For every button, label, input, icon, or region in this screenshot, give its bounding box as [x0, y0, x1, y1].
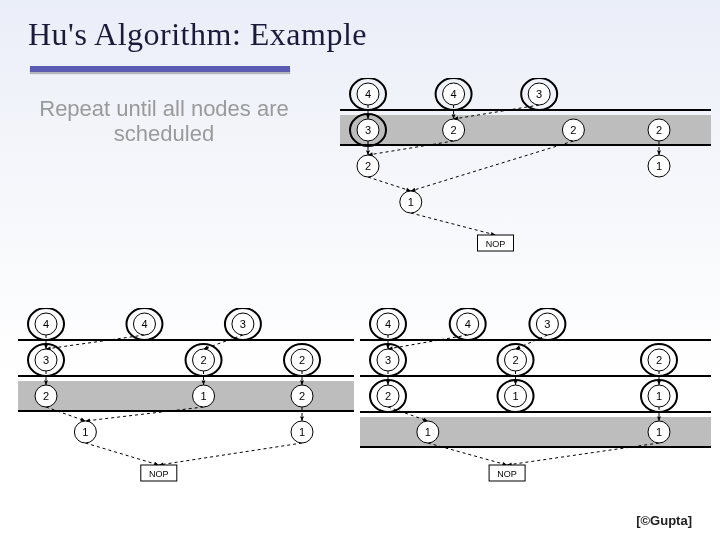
svg-marker-68	[300, 416, 304, 421]
svg-text:3: 3	[536, 88, 542, 100]
svg-text:3: 3	[43, 354, 49, 366]
diagram-panel-bottom-right: 44332221111NOP	[358, 308, 713, 532]
svg-text:3: 3	[240, 318, 246, 330]
svg-line-19	[411, 213, 496, 235]
svg-marker-16	[657, 150, 661, 155]
svg-text:2: 2	[656, 354, 662, 366]
diagram-panel-bottom-left: 44332221211NOP	[16, 308, 356, 532]
title-underline	[30, 66, 290, 72]
diagram-panel-top-right: 4433222211NOP	[338, 78, 713, 298]
svg-text:NOP: NOP	[497, 469, 517, 479]
svg-text:3: 3	[365, 124, 371, 136]
slide-subtext: Repeat until all nodes are scheduled	[4, 96, 324, 147]
svg-text:1: 1	[425, 426, 431, 438]
svg-text:1: 1	[299, 426, 305, 438]
svg-marker-119	[657, 380, 661, 385]
slide-title: Hu's Algorithm: Example	[28, 16, 367, 53]
svg-text:NOP: NOP	[149, 469, 169, 479]
svg-marker-115	[386, 380, 390, 385]
svg-text:1: 1	[656, 390, 662, 402]
svg-marker-117	[514, 380, 518, 385]
svg-line-112	[516, 335, 548, 349]
svg-text:2: 2	[451, 124, 457, 136]
svg-line-71	[159, 443, 302, 465]
svg-line-17	[368, 177, 411, 191]
svg-text:4: 4	[141, 318, 147, 330]
svg-text:2: 2	[385, 390, 391, 402]
svg-text:1: 1	[200, 390, 206, 402]
svg-line-69	[85, 443, 158, 465]
svg-text:4: 4	[365, 88, 371, 100]
svg-text:1: 1	[408, 196, 414, 208]
svg-text:2: 2	[512, 354, 518, 366]
svg-text:3: 3	[385, 354, 391, 366]
svg-text:4: 4	[43, 318, 49, 330]
svg-text:3: 3	[544, 318, 550, 330]
svg-text:4: 4	[465, 318, 471, 330]
svg-text:4: 4	[385, 318, 391, 330]
svg-text:2: 2	[43, 390, 49, 402]
svg-text:4: 4	[451, 88, 457, 100]
svg-text:2: 2	[299, 390, 305, 402]
svg-text:1: 1	[512, 390, 518, 402]
svg-text:1: 1	[82, 426, 88, 438]
svg-text:2: 2	[365, 160, 371, 172]
svg-text:2: 2	[200, 354, 206, 366]
svg-line-13	[411, 141, 574, 191]
svg-text:2: 2	[656, 124, 662, 136]
svg-text:NOP: NOP	[486, 239, 506, 249]
svg-text:1: 1	[656, 160, 662, 172]
svg-text:2: 2	[570, 124, 576, 136]
svg-line-55	[204, 335, 243, 349]
svg-line-53	[46, 335, 144, 349]
svg-text:1: 1	[656, 426, 662, 438]
svg-text:2: 2	[299, 354, 305, 366]
